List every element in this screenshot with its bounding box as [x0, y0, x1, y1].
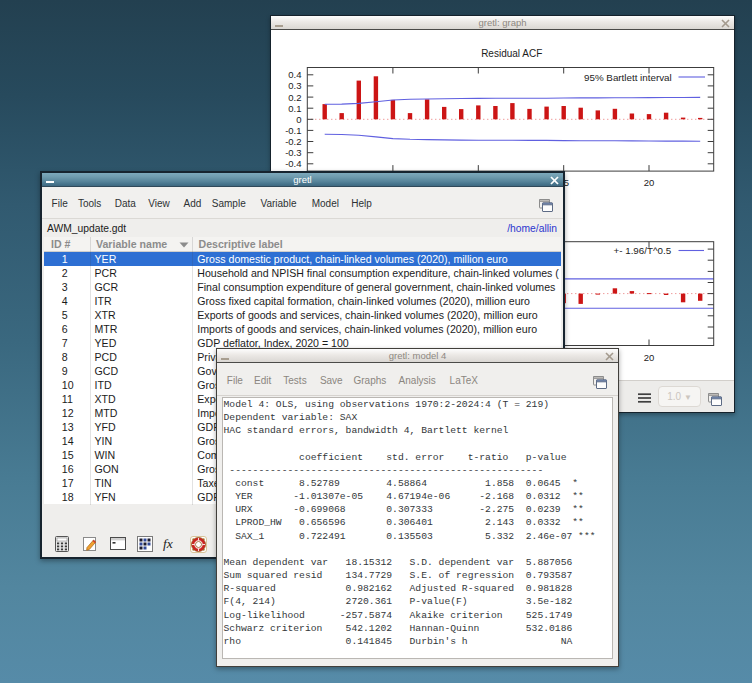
svg-text:0.3: 0.3 [288, 80, 301, 91]
svg-text:20: 20 [644, 352, 655, 363]
svg-text:0.4: 0.4 [288, 69, 301, 80]
svg-text:-0.2: -0.2 [285, 136, 301, 147]
svg-text:20: 20 [644, 177, 655, 188]
svg-text:0.1: 0.1 [288, 103, 301, 114]
svg-text:95% Bartlett interval: 95% Bartlett interval [584, 72, 672, 83]
svg-text:+- 1.96/T^0.5: +- 1.96/T^0.5 [613, 245, 671, 256]
svg-text:0: 0 [296, 114, 301, 125]
svg-text:-0.3: -0.3 [285, 147, 301, 158]
svg-text:-0.4: -0.4 [285, 158, 301, 169]
svg-text:-0.1: -0.1 [285, 125, 301, 136]
svg-text:0.2: 0.2 [288, 92, 301, 103]
svg-text:Residual ACF: Residual ACF [481, 48, 542, 59]
